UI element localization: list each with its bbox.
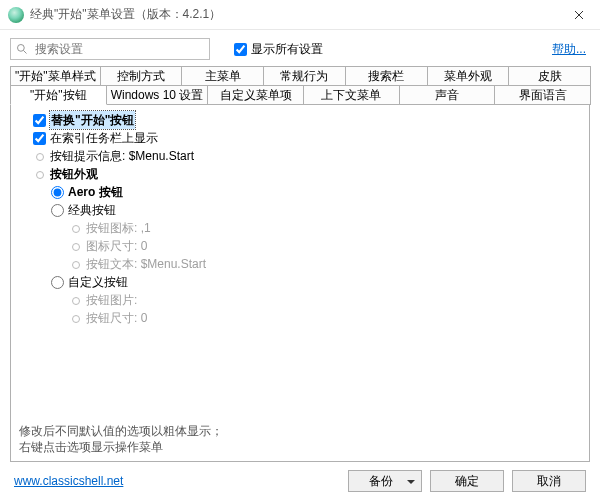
opt-label: 按钮图标: ,1 <box>86 219 151 237</box>
opt-custom-button[interactable]: 自定义按钮 <box>15 273 585 291</box>
footer-bar: www.classicshell.net 备份 确定 取消 <box>0 462 600 500</box>
toolbar: 显示所有设置 帮助... <box>0 30 600 66</box>
opt-replace-start-button[interactable]: 替换"开始"按钮 <box>15 111 585 129</box>
checkbox-icon[interactable] <box>33 114 46 127</box>
opt-custom-image[interactable]: 按钮图片: <box>15 291 585 309</box>
tab-sounds[interactable]: 声音 <box>399 85 496 105</box>
help-link[interactable]: 帮助... <box>552 41 590 58</box>
show-all-input[interactable] <box>234 43 247 56</box>
hint-line: 修改后不同默认值的选项以粗体显示； <box>19 423 223 439</box>
tab-search-box[interactable]: 搜索栏 <box>345 66 428 86</box>
opt-label: 图标尺寸: 0 <box>86 237 147 255</box>
opt-label: 按钮文本: $Menu.Start <box>86 255 206 273</box>
tab-skin[interactable]: 皮肤 <box>508 66 591 86</box>
app-icon <box>8 7 24 23</box>
settings-panel: 替换"开始"按钮 在索引任务栏上显示 按钮提示信息: $Menu.Start 按… <box>10 104 590 462</box>
hint-text: 修改后不同默认值的选项以粗体显示； 右键点击选项显示操作菜单 <box>19 423 223 455</box>
hint-line: 右键点击选项显示操作菜单 <box>19 439 223 455</box>
opt-label: 在索引任务栏上显示 <box>50 129 158 147</box>
opt-label: 按钮尺寸: 0 <box>86 309 147 327</box>
radio-icon[interactable] <box>51 276 64 289</box>
tab-start-menu-style[interactable]: "开始"菜单样式 <box>10 66 101 86</box>
tab-menu-look[interactable]: 菜单外观 <box>427 66 510 86</box>
opt-label: 经典按钮 <box>68 201 116 219</box>
tab-strip: "开始"菜单样式 控制方式 主菜单 常规行为 搜索栏 菜单外观 皮肤 "开始"按… <box>0 66 600 105</box>
tab-language[interactable]: 界面语言 <box>494 85 591 105</box>
search-box[interactable] <box>10 38 210 60</box>
tab-start-button[interactable]: "开始"按钮 <box>10 85 107 105</box>
window-title: 经典"开始"菜单设置（版本：4.2.1） <box>30 6 558 23</box>
opt-custom-size[interactable]: 按钮尺寸: 0 <box>15 309 585 327</box>
svg-line-1 <box>24 51 27 54</box>
bullet-icon <box>69 240 82 253</box>
tab-main-menu[interactable]: 主菜单 <box>181 66 264 86</box>
bullet-icon <box>33 150 46 163</box>
bullet-icon <box>69 258 82 271</box>
radio-icon[interactable] <box>51 204 64 217</box>
opt-classic-text[interactable]: 按钮文本: $Menu.Start <box>15 255 585 273</box>
tab-context-menu[interactable]: 上下文菜单 <box>303 85 400 105</box>
opt-label: Aero 按钮 <box>68 183 123 201</box>
opt-label: 按钮提示信息: $Menu.Start <box>50 147 194 165</box>
cancel-button[interactable]: 取消 <box>512 470 586 492</box>
close-button[interactable] <box>558 0 600 30</box>
opt-aero-button[interactable]: Aero 按钮 <box>15 183 585 201</box>
opt-label: 自定义按钮 <box>68 273 128 291</box>
opt-label: 替换"开始"按钮 <box>50 111 135 129</box>
tab-customize-menu[interactable]: 自定义菜单项 <box>207 85 304 105</box>
tab-row-2: "开始"按钮 Windows 10 设置 自定义菜单项 上下文菜单 声音 界面语… <box>10 85 590 105</box>
group-button-look: 按钮外观 <box>15 165 585 183</box>
close-icon <box>574 10 584 20</box>
title-bar: 经典"开始"菜单设置（版本：4.2.1） <box>0 0 600 30</box>
bullet-icon <box>69 294 82 307</box>
bullet-icon <box>33 168 46 181</box>
tab-controls[interactable]: 控制方式 <box>100 66 183 86</box>
bullet-icon <box>69 222 82 235</box>
show-all-checkbox[interactable]: 显示所有设置 <box>234 41 323 58</box>
radio-icon[interactable] <box>51 186 64 199</box>
search-icon <box>11 43 33 55</box>
tab-windows10-settings[interactable]: Windows 10 设置 <box>106 85 209 105</box>
opt-classic-iconsize[interactable]: 图标尺寸: 0 <box>15 237 585 255</box>
svg-point-0 <box>18 45 25 52</box>
opt-button-tooltip[interactable]: 按钮提示信息: $Menu.Start <box>15 147 585 165</box>
settings-tree: 替换"开始"按钮 在索引任务栏上显示 按钮提示信息: $Menu.Start 按… <box>15 111 585 327</box>
checkbox-icon[interactable] <box>33 132 46 145</box>
bullet-icon <box>69 312 82 325</box>
show-all-label: 显示所有设置 <box>251 41 323 58</box>
opt-classic-button[interactable]: 经典按钮 <box>15 201 585 219</box>
group-label: 按钮外观 <box>50 165 98 183</box>
ok-button[interactable]: 确定 <box>430 470 504 492</box>
opt-classic-icon[interactable]: 按钮图标: ,1 <box>15 219 585 237</box>
website-link[interactable]: www.classicshell.net <box>14 474 123 488</box>
tab-general-behavior[interactable]: 常规行为 <box>263 66 346 86</box>
opt-show-taskbars[interactable]: 在索引任务栏上显示 <box>15 129 585 147</box>
backup-button[interactable]: 备份 <box>348 470 422 492</box>
tab-row-1: "开始"菜单样式 控制方式 主菜单 常规行为 搜索栏 菜单外观 皮肤 <box>10 66 590 86</box>
opt-label: 按钮图片: <box>86 291 137 309</box>
search-input[interactable] <box>33 39 203 59</box>
